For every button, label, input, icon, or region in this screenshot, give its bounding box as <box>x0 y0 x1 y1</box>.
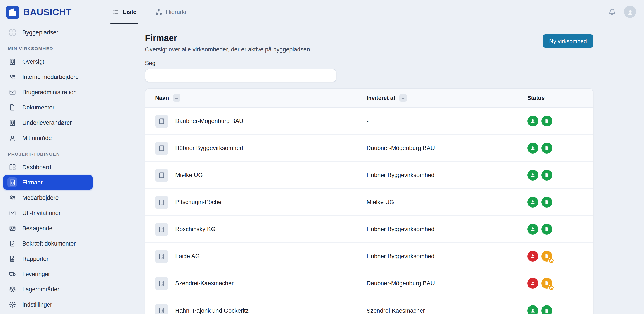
mail-icon <box>8 208 17 218</box>
page-title: Firmaer <box>145 33 312 43</box>
sidebar-item-label: Indstillinger <box>22 301 52 308</box>
tab-label: Hierarki <box>166 8 186 15</box>
sidebar-item-ul-invitationer[interactable]: UL-Invitationer <box>4 205 92 220</box>
column-header-inviteret-af: Inviteret af − <box>366 94 527 102</box>
invited-by: Hübner Byggevirksomhed <box>366 253 527 260</box>
sidebar-item-dashboard[interactable]: Dashboard <box>4 159 92 174</box>
status-cell <box>527 278 593 289</box>
members-status-badge[interactable] <box>527 116 538 127</box>
company-cell: Roschinsky KG <box>146 223 366 236</box>
invited-by: Mielke UG <box>366 199 527 205</box>
invited-by: Hübner Byggevirksomhed <box>366 226 527 232</box>
table-row-h-bner-byggevirksomhed[interactable]: Hübner ByggevirksomhedDaubner-Mögenburg … <box>146 135 593 162</box>
table-row-p-tschugin-p-che[interactable]: Pítschugin-PôcheMielke UG <box>146 189 593 216</box>
company-cell: Szendrei-Kaesmacher <box>146 277 366 290</box>
status-cell <box>527 251 593 262</box>
users-icon <box>8 193 17 202</box>
notifications-bell-icon[interactable] <box>608 7 616 16</box>
members-status-badge[interactable] <box>527 305 538 314</box>
sidebar-item-label: Mit område <box>22 135 52 141</box>
sidebar-item-byggepladser[interactable]: Byggepladser <box>4 25 92 40</box>
status-cell <box>527 197 593 208</box>
sidebar-item-brugeradministration[interactable]: Brugeradministration <box>4 85 92 99</box>
sidebar-item-leveringer[interactable]: Leveringer <box>4 267 92 281</box>
documents-status-badge[interactable] <box>541 251 552 262</box>
members-status-badge[interactable] <box>527 170 538 180</box>
table-row-hahn-pajonk-und-g-ckeritz[interactable]: Hahn, Pajonk und GöckeritzSzendrei-Kaesm… <box>146 297 593 314</box>
users-icon <box>8 72 17 82</box>
sidebar-item-rapporter[interactable]: Rapporter <box>4 251 92 266</box>
table-header: Navn − Inviteret af − Status <box>146 89 593 108</box>
table-row-roschinsky-kg[interactable]: Roschinsky KGHübner Byggevirksomhed <box>146 216 593 243</box>
page-subtitle: Oversigt over alle virksomheder, der er … <box>145 46 312 53</box>
status-cell <box>527 143 593 154</box>
company-name: Hübner Byggevirksomhed <box>175 145 243 151</box>
company-building-icon <box>155 142 168 155</box>
documents-status-badge[interactable] <box>541 143 552 154</box>
search-input[interactable] <box>145 69 336 82</box>
sidebar-item-oversigt[interactable]: Oversigt <box>4 54 92 69</box>
sidebar-item-underleverand-rer[interactable]: Underleverandører <box>4 115 92 130</box>
company-name: Daubner-Mögenburg BAU <box>175 118 243 124</box>
sidebar-item-label: Byggepladser <box>22 29 58 35</box>
company-cell: Pítschugin-Pôche <box>146 196 366 209</box>
sidebar-item-mit-omr-de[interactable]: Mit område <box>4 130 92 145</box>
sidebar-item-firmaer[interactable]: Firmaer <box>4 175 92 190</box>
tab-liste[interactable]: Liste <box>110 0 138 23</box>
user-avatar[interactable] <box>624 6 636 18</box>
members-status-badge[interactable] <box>527 251 538 262</box>
collapse-column-button[interactable]: − <box>173 94 180 102</box>
members-status-badge[interactable] <box>527 278 538 289</box>
company-cell: Hübner Byggevirksomhed <box>146 142 366 155</box>
badge-icon <box>8 223 17 233</box>
sidebar-item-label: Leveringer <box>22 271 50 277</box>
table-row-mielke-ug[interactable]: Mielke UGHübner Byggevirksomhed <box>146 162 593 189</box>
sidebar-item-interne-medarbejdere[interactable]: Interne medarbejdere <box>4 69 92 84</box>
sidebar: BAUSICHT ByggepladserMIN VIRKSOMHEDOvers… <box>0 0 96 314</box>
layers-icon <box>8 284 17 294</box>
sidebar-item-bes-gende[interactable]: Besøgende <box>4 221 92 236</box>
documents-status-badge[interactable] <box>541 116 552 127</box>
documents-status-badge[interactable] <box>541 170 552 180</box>
sidebar-item-label: Underleverandører <box>22 119 72 126</box>
sidebar-item-bekr-ft-dokumenter[interactable]: Bekræft dokumenter <box>4 236 92 251</box>
table-row-daubner-m-genburg-bau[interactable]: Daubner-Mögenburg BAU- <box>146 108 593 135</box>
brand[interactable]: BAUSICHT <box>4 4 92 24</box>
table-body: Daubner-Mögenburg BAU-Hübner Byggevirkso… <box>146 108 593 314</box>
members-status-badge[interactable] <box>527 143 538 154</box>
company-building-icon <box>155 196 168 209</box>
invited-by: Szendrei-Kaesmacher <box>366 307 527 314</box>
brand-name: BAUSICHT <box>23 7 72 17</box>
sidebar-item-medarbejdere[interactable]: Medarbejdere <box>4 190 92 205</box>
company-name: Hahn, Pajonk und Göckeritz <box>175 307 248 314</box>
sidebar-item-label: Brugeradministration <box>22 89 77 95</box>
sidebar-item-lageromr-der[interactable]: Lagerområder <box>4 282 92 297</box>
new-company-button[interactable]: Ny virksomhed <box>543 34 593 47</box>
sidebar-item-label: Bekræft dokumenter <box>22 240 76 247</box>
company-name: Løide AG <box>175 253 200 260</box>
status-cell <box>527 224 593 235</box>
documents-status-badge[interactable] <box>541 197 552 208</box>
company-cell: Daubner-Mögenburg BAU <box>146 115 366 128</box>
page-head-text: Firmaer Oversigt over alle virksomheder,… <box>145 33 312 53</box>
table-row-l-ide-ag[interactable]: Løide AGHübner Byggevirksomhed <box>146 243 593 270</box>
tab-hierarki[interactable]: Hierarki <box>153 0 188 23</box>
documents-status-badge[interactable] <box>541 278 552 289</box>
status-cell <box>527 116 593 127</box>
documents-status-badge[interactable] <box>541 224 552 235</box>
invited-by: Daubner-Mögenburg BAU <box>366 145 527 151</box>
collapse-column-button[interactable]: − <box>399 94 407 102</box>
sidebar-item-label: Firmaer <box>22 179 42 185</box>
sidebar-item-dokumenter[interactable]: Dokumenter <box>4 100 92 115</box>
company-building-icon <box>155 223 168 236</box>
status-cell <box>527 305 593 314</box>
sidebar-item-indstillinger[interactable]: Indstillinger <box>4 297 92 312</box>
table-row-szendrei-kaesmacher[interactable]: Szendrei-KaesmacherDaubner-Mögenburg BAU <box>146 270 593 297</box>
search-label: Søg <box>145 60 593 66</box>
documents-status-badge[interactable] <box>541 305 552 314</box>
list-icon <box>112 8 119 15</box>
members-status-badge[interactable] <box>527 197 538 208</box>
members-status-badge[interactable] <box>527 224 538 235</box>
pending-clock-icon <box>548 285 554 291</box>
hierarchy-icon <box>155 8 162 15</box>
